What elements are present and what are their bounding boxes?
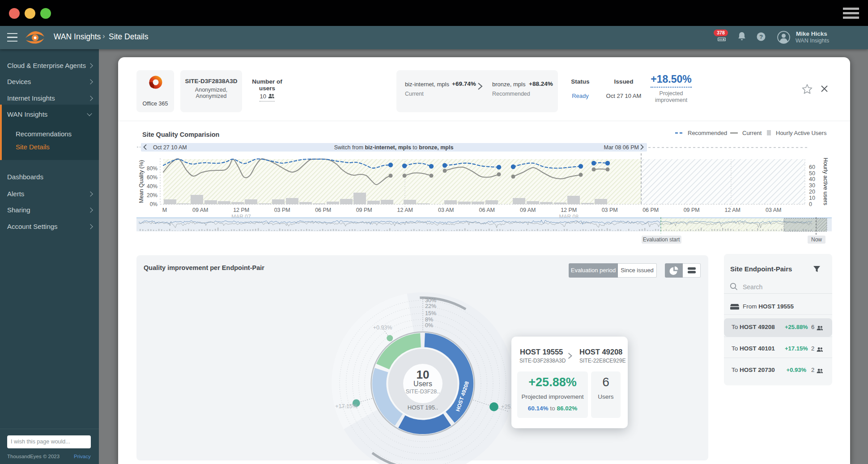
- svg-text:8%: 8%: [425, 316, 433, 323]
- svg-text:12 PM: 12 PM: [233, 207, 249, 213]
- svg-text:SITE-D3F28..: SITE-D3F28..: [406, 388, 440, 395]
- svg-text:03 PM: 03 PM: [274, 207, 290, 213]
- svg-text:09 PM: 09 PM: [684, 207, 700, 213]
- svg-text:10: 10: [417, 368, 430, 381]
- svg-text:HOST 195..: HOST 195..: [408, 404, 438, 411]
- svg-text:60: 60: [809, 164, 815, 170]
- svg-text:09 PM: 09 PM: [356, 207, 372, 213]
- svg-text:12 AM: 12 AM: [724, 207, 740, 213]
- svg-text:Users: Users: [413, 380, 432, 388]
- svg-text:Now: Now: [811, 236, 822, 243]
- svg-text:0%: 0%: [150, 201, 158, 207]
- svg-text:40: 40: [809, 176, 815, 182]
- svg-text:30: 30: [809, 182, 815, 189]
- svg-text:Current: Current: [742, 130, 762, 136]
- svg-text:40%: 40%: [147, 183, 157, 190]
- svg-text:Hourly active users: Hourly active users: [822, 158, 829, 205]
- svg-text:60%: 60%: [147, 174, 157, 181]
- svg-text:?: ?: [759, 34, 763, 40]
- svg-text:Evaluation start: Evaluation start: [643, 236, 680, 243]
- svg-text:10: 10: [809, 195, 815, 201]
- svg-text:09 AM: 09 AM: [192, 207, 208, 213]
- svg-text:12 PM: 12 PM: [561, 207, 577, 213]
- svg-text:09 AM: 09 AM: [520, 207, 536, 213]
- svg-text:15%: 15%: [425, 310, 436, 316]
- svg-text:06 AM: 06 AM: [479, 207, 494, 213]
- svg-text:Site Quality Comparision: Site Quality Comparision: [142, 131, 219, 138]
- svg-text:12 AM: 12 AM: [397, 207, 413, 213]
- svg-text:80%: 80%: [147, 165, 157, 172]
- svg-text:20%: 20%: [147, 192, 157, 198]
- svg-text:30%: 30%: [425, 297, 436, 304]
- svg-text:Recommended: Recommended: [688, 130, 727, 136]
- svg-text:+0.93%: +0.93%: [373, 325, 392, 331]
- svg-text:03 PM: 03 PM: [602, 207, 618, 213]
- svg-text:06 PM: 06 PM: [315, 207, 331, 213]
- svg-text:Hourly Active Users: Hourly Active Users: [776, 130, 827, 136]
- svg-text:20: 20: [809, 189, 815, 195]
- svg-text:Mean Quality (%): Mean Quality (%): [138, 160, 145, 203]
- svg-text:06 PM: 06 PM: [642, 207, 659, 213]
- svg-text:M: M: [162, 207, 167, 213]
- svg-text:+17.15%: +17.15%: [335, 403, 357, 409]
- svg-text:03 AM: 03 AM: [766, 207, 781, 213]
- svg-text:03 AM: 03 AM: [438, 207, 454, 213]
- svg-text:50: 50: [809, 170, 815, 177]
- svg-text:0%: 0%: [425, 322, 433, 329]
- svg-text:Switch from biz-internet, mpls: Switch from biz-internet, mpls to bronze…: [334, 144, 454, 151]
- svg-text:Oct 27 10 AM: Oct 27 10 AM: [153, 144, 187, 151]
- svg-text:Mar 08 06 PM: Mar 08 06 PM: [604, 144, 639, 151]
- svg-text:22%: 22%: [425, 303, 436, 309]
- svg-text:0: 0: [809, 201, 812, 207]
